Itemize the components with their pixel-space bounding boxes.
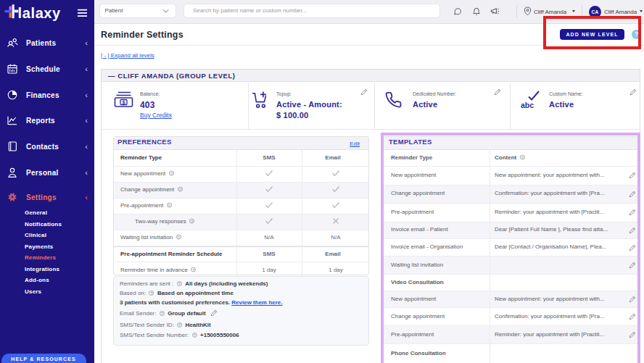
svg-text:lalaxy: lalaxy [18, 5, 61, 21]
